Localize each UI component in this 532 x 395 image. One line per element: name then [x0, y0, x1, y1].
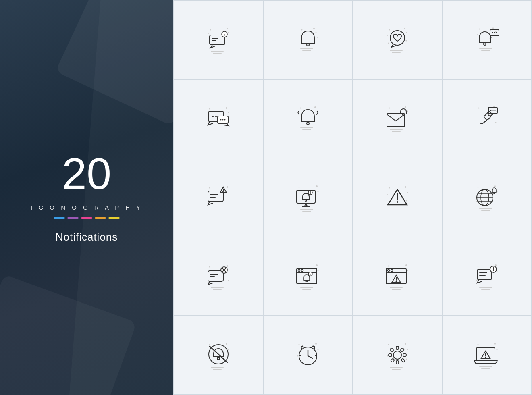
number-display: 20: [31, 152, 143, 196]
icon-cell-chat-warning: [174, 158, 263, 237]
icon-cell-window-warning: [353, 237, 442, 316]
svg-point-129: [227, 265, 228, 267]
svg-point-25: [406, 40, 407, 41]
svg-point-42: [226, 107, 227, 109]
svg-point-46: [212, 116, 214, 117]
svg-point-65: [407, 111, 408, 112]
svg-point-64: [405, 106, 406, 108]
svg-point-1: [227, 28, 228, 29]
chat-info-icon: [471, 260, 503, 293]
svg-point-146: [301, 269, 303, 271]
bell-icon: [292, 24, 324, 56]
chat-bubbles-icon: [202, 102, 235, 135]
svg-point-34: [484, 43, 486, 45]
mute-bell-icon: [202, 339, 235, 371]
svg-rect-205: [396, 346, 399, 349]
svg-point-11: [301, 29, 303, 30]
icon-cell-mail-bell: [353, 80, 442, 158]
icon-cell-chat-heart: [353, 1, 442, 79]
svg-point-117: [497, 191, 498, 192]
svg-point-173: [493, 266, 494, 268]
svg-point-24: [390, 31, 405, 45]
svg-point-83: [227, 186, 228, 188]
svg-point-142: [318, 270, 319, 271]
svg-point-22: [406, 32, 407, 33]
svg-point-153: [388, 265, 389, 266]
svg-point-189: [297, 356, 299, 357]
globe-bell-icon: [471, 181, 503, 214]
svg-text:!: !: [310, 273, 311, 276]
svg-point-199: [388, 344, 389, 345]
svg-point-41: [209, 108, 210, 110]
svg-point-72: [478, 108, 480, 109]
chat-warning-icon: [202, 181, 235, 214]
svg-point-100: [305, 200, 307, 201]
svg-point-165: [495, 264, 497, 266]
icon-cell-bell: [264, 1, 352, 79]
svg-point-14: [299, 35, 299, 35]
svg-point-12: [313, 28, 315, 29]
svg-rect-209: [390, 348, 394, 352]
icon-cell-chat-close: [174, 237, 263, 316]
svg-point-188: [318, 349, 319, 350]
color-bars: [31, 217, 143, 219]
svg-point-32: [477, 34, 478, 35]
svg-point-148: [306, 280, 308, 282]
icon-cell-triangle-warning: [353, 158, 442, 237]
icon-cell-bell-ring: [264, 80, 352, 158]
iconography-label: I C O N O G R A P H Y: [31, 204, 143, 211]
svg-point-21: [404, 28, 405, 29]
laptop-warning-icon: [471, 339, 503, 371]
svg-rect-67: [387, 114, 405, 127]
icon-cell-alarm-clock: [264, 316, 352, 394]
icon-cell-gear: [353, 316, 442, 394]
svg-point-47: [215, 116, 217, 117]
svg-point-128: [209, 266, 210, 267]
svg-point-30: [492, 27, 494, 29]
icon-cell-chat-info: [443, 237, 531, 316]
svg-point-75: [495, 122, 497, 123]
svg-point-159: [391, 269, 393, 271]
svg-point-38: [496, 32, 497, 33]
svg-point-167: [476, 280, 478, 281]
svg-point-203: [406, 359, 407, 360]
window-bell-icon: !: [292, 260, 324, 293]
icon-cell-globe-bell: [443, 158, 531, 237]
svg-point-20: [389, 29, 390, 30]
color-bar-blue: [54, 217, 65, 219]
svg-point-200: [405, 343, 406, 345]
svg-point-125: [494, 192, 495, 193]
svg-point-3: [208, 33, 209, 34]
svg-point-131: [228, 280, 229, 281]
icon-grid: !: [173, 0, 532, 395]
svg-rect-210: [401, 358, 405, 362]
svg-point-16: [307, 44, 309, 46]
svg-point-63: [389, 108, 390, 109]
chat-notification-icon: !: [202, 24, 235, 56]
svg-point-177: [226, 343, 227, 345]
svg-point-82: [209, 187, 210, 188]
svg-point-13: [316, 32, 317, 33]
icon-cell-monitor-bell: [264, 158, 352, 237]
svg-point-51: [222, 119, 224, 121]
color-bar-purple: [67, 217, 79, 219]
svg-point-187: [315, 343, 317, 345]
bell-chat-icon: [471, 24, 503, 56]
svg-point-43: [228, 112, 229, 113]
svg-point-93: [316, 185, 318, 187]
svg-point-112: [397, 201, 398, 203]
svg-rect-132: [208, 271, 223, 281]
mail-bell-icon: [381, 102, 414, 135]
svg-point-94: [318, 191, 319, 192]
svg-point-145: [298, 269, 300, 271]
svg-point-77: [490, 110, 492, 111]
svg-point-116: [494, 185, 496, 187]
svg-point-107: [405, 186, 406, 188]
svg-rect-212: [391, 358, 395, 362]
left-content: 20 I C O N O G R A P H Y Notifications: [31, 152, 143, 243]
svg-rect-168: [477, 269, 492, 280]
svg-point-154: [405, 264, 407, 266]
svg-point-158: [388, 269, 390, 271]
left-panel: 20 I C O N O G R A P H Y Notifications: [0, 0, 173, 395]
svg-point-92: [299, 186, 300, 187]
